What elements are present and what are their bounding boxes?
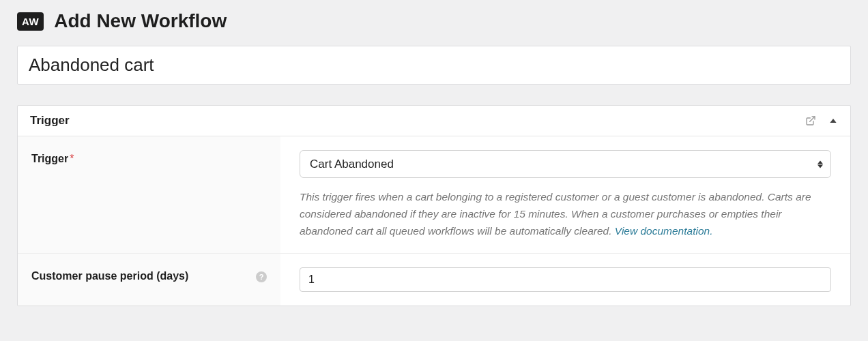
pause-row: Customer pause period (days) ? bbox=[18, 254, 850, 306]
pause-label: Customer pause period (days) bbox=[31, 270, 188, 282]
view-documentation-link[interactable]: View documentation. bbox=[615, 225, 713, 237]
trigger-label: Trigger bbox=[31, 153, 68, 164]
trigger-select[interactable]: Cart Abandoned bbox=[300, 150, 831, 178]
workflow-title-input[interactable] bbox=[17, 46, 851, 85]
pause-input-col bbox=[280, 254, 850, 306]
trigger-description: This trigger fires when a cart belonging… bbox=[300, 189, 831, 239]
page-header: AW Add New Workflow bbox=[17, 10, 851, 32]
panel-header-actions bbox=[805, 115, 838, 126]
pause-period-input[interactable] bbox=[300, 267, 831, 292]
pause-label-col: Customer pause period (days) ? bbox=[18, 254, 280, 306]
svg-line-0 bbox=[810, 117, 815, 121]
trigger-row: Trigger* Cart Abandoned This trigger fir… bbox=[18, 136, 850, 254]
panel-header: Trigger bbox=[18, 106, 850, 136]
page-title: Add New Workflow bbox=[54, 10, 227, 32]
external-link-icon[interactable] bbox=[805, 115, 816, 126]
required-indicator: * bbox=[70, 153, 74, 164]
svg-marker-1 bbox=[830, 119, 836, 123]
trigger-label-col: Trigger* bbox=[18, 136, 280, 253]
aw-logo-badge: AW bbox=[17, 12, 44, 31]
panel-title: Trigger bbox=[30, 114, 70, 128]
help-icon[interactable]: ? bbox=[256, 271, 267, 282]
trigger-input-col: Cart Abandoned This trigger fires when a… bbox=[280, 136, 850, 253]
trigger-select-wrap: Cart Abandoned bbox=[300, 150, 831, 178]
panel-body: Trigger* Cart Abandoned This trigger fir… bbox=[18, 136, 850, 306]
trigger-panel: Trigger Trigger* Cart Abandoned bbox=[17, 105, 851, 306]
collapse-toggle-icon[interactable] bbox=[828, 116, 838, 125]
